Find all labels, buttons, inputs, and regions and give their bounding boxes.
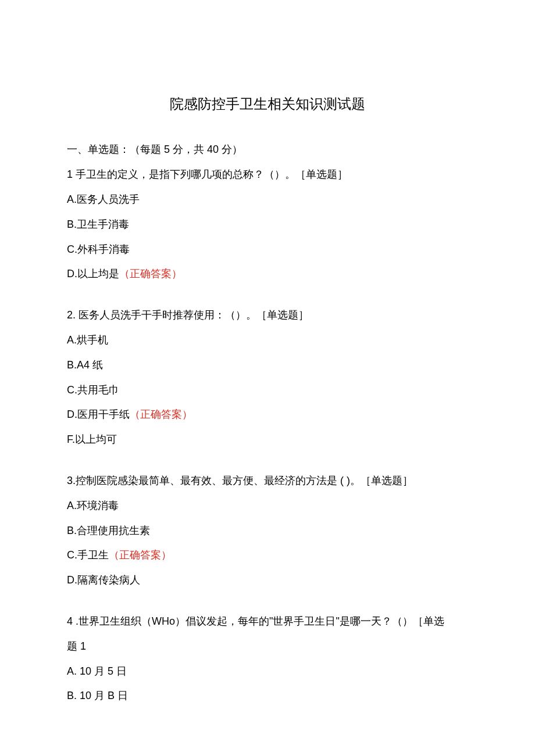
question-3-text: 3.控制医院感染最简单、最有效、最方便、最经济的方法是 ( )。［单选题］ [67, 472, 468, 489]
q2-option-f: F.以上均可 [67, 431, 468, 448]
q3-option-c: C.手卫生（正确答案） [67, 547, 468, 564]
q4-option-a: A. 10 月 5 日 [67, 663, 468, 680]
q1-option-b: B.卫生手消毒 [67, 216, 468, 233]
q1-option-a: A.医务人员洗手 [67, 191, 468, 208]
q2-option-b: B.A4 纸 [67, 357, 468, 374]
question-1-text: 1 手卫生的定义，是指下列哪几项的总称？（）。［单选题］ [67, 166, 468, 183]
q2-option-d: D.医用干手纸（正确答案） [67, 406, 468, 423]
q3-correct-answer-label: （正确答案） [109, 549, 172, 561]
q3-option-b: B.合理使用抗生素 [67, 522, 468, 539]
q2-option-c: C.共用毛巾 [67, 382, 468, 399]
question-4-text-line1: 4 .世界卫生组织（WHo）倡议发起，每年的"世界手卫生日"是哪一天？（）［单选 [67, 613, 468, 630]
question-4-text-line2: 题 1 [67, 638, 468, 655]
q3-option-c-text: C.手卫生 [67, 549, 109, 561]
q3-option-a: A.环境消毒 [67, 497, 468, 514]
q2-option-a: A.烘手机 [67, 332, 468, 349]
q1-option-d: D.以上均是（正确答案） [67, 266, 468, 282]
document-title: 院感防控手卫生相关知识测试题 [67, 93, 468, 115]
q4-option-b: B. 10 月 B 日 [67, 687, 468, 704]
q2-correct-answer-label: （正确答案） [130, 409, 192, 420]
q1-correct-answer-label: （正确答案） [119, 268, 182, 280]
q1-option-c: C.外科手消毒 [67, 241, 468, 258]
q2-option-d-text: D.医用干手纸 [67, 409, 130, 420]
question-2-text: 2. 医务人员洗手干手时推荐使用：（）。［单选题］ [67, 307, 468, 324]
q3-option-d: D.隔离传染病人 [67, 572, 468, 589]
section-header: 一、单选题：（每题 5 分，共 40 分） [67, 141, 468, 158]
q1-option-d-text: D.以上均是 [67, 268, 119, 280]
